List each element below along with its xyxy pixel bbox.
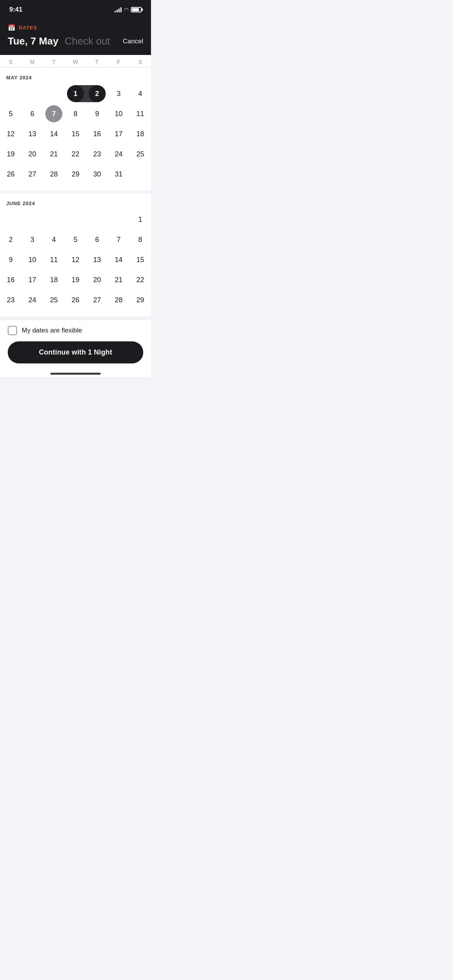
cal-empty	[0, 209, 22, 230]
cal-empty	[0, 84, 22, 104]
may-day-26[interactable]: 26	[0, 164, 22, 184]
june-day-25[interactable]: 25	[43, 290, 65, 310]
june-day-7[interactable]: 7	[108, 230, 130, 250]
may-day-5[interactable]: 5	[0, 104, 22, 124]
june-day-11[interactable]: 11	[43, 250, 65, 270]
june-day-13[interactable]: 13	[86, 250, 108, 270]
june-day-24[interactable]: 24	[22, 290, 43, 310]
header-date-group: Tue, 7 May Check out	[8, 35, 110, 47]
status-bar: 9:41 ◠	[0, 0, 151, 19]
battery-icon	[131, 7, 142, 12]
june-day-6[interactable]: 6	[86, 230, 108, 250]
june-day-4[interactable]: 4	[43, 230, 65, 250]
cal-empty	[108, 209, 130, 230]
days-of-week-header: S M T W T F S	[0, 55, 151, 68]
may-day-12[interactable]: 12	[0, 124, 22, 144]
may-day-28[interactable]: 28	[43, 164, 65, 184]
june-day-27[interactable]: 27	[86, 290, 108, 310]
wifi-icon: ◠	[124, 7, 129, 13]
june-day-3[interactable]: 3	[22, 230, 43, 250]
may-day-13[interactable]: 13	[22, 124, 43, 144]
calendar-icon: 📅	[8, 24, 15, 31]
may-day-24[interactable]: 24	[108, 144, 130, 164]
june-day-18[interactable]: 18	[43, 270, 65, 290]
may-day-3[interactable]: 3	[108, 84, 130, 104]
day-sunday: S	[0, 59, 22, 65]
june-day-17[interactable]: 17	[22, 270, 43, 290]
dates-label-row: 📅 DATES	[8, 24, 143, 31]
may-day-18[interactable]: 18	[129, 124, 151, 144]
june-day-29[interactable]: 29	[129, 290, 151, 310]
may-day-1[interactable]: 1	[65, 84, 86, 104]
june-day-15[interactable]: 15	[129, 250, 151, 270]
may-day-27[interactable]: 27	[22, 164, 43, 184]
day-wednesday: W	[65, 59, 86, 65]
may-day-6[interactable]: 6	[22, 104, 43, 124]
cal-empty	[22, 84, 43, 104]
day-monday: M	[22, 59, 43, 65]
june-day-21[interactable]: 21	[108, 270, 130, 290]
signal-icon	[115, 7, 122, 12]
calendar-scroll: MAY 2024 1 2 3 4 5 6	[0, 68, 151, 316]
may-day-19[interactable]: 19	[0, 144, 22, 164]
may-day-7[interactable]: 7	[43, 104, 65, 124]
june-day-26[interactable]: 26	[65, 290, 86, 310]
may-day-29[interactable]: 29	[65, 164, 86, 184]
june-day-10[interactable]: 10	[22, 250, 43, 270]
header-date-row: Tue, 7 May Check out Cancel	[8, 35, 143, 47]
june-day-5[interactable]: 5	[65, 230, 86, 250]
june-day-23[interactable]: 23	[0, 290, 22, 310]
cal-empty	[86, 209, 108, 230]
header: 📅 DATES Tue, 7 May Check out Cancel	[0, 19, 151, 55]
continue-button[interactable]: Continue with 1 Night	[8, 341, 143, 363]
june-day-14[interactable]: 14	[108, 250, 130, 270]
june-2024-section: JUNE 2024 1 2 3 4 5 6 7 8 9 10 11 12 13 …	[0, 194, 151, 316]
june-day-20[interactable]: 20	[86, 270, 108, 290]
may-day-31[interactable]: 31	[108, 164, 130, 184]
status-icons: ◠	[115, 7, 142, 13]
day-friday: F	[108, 59, 130, 65]
may-day-15[interactable]: 15	[65, 124, 86, 144]
may-day-2[interactable]: 2	[86, 84, 108, 104]
june-day-12[interactable]: 12	[65, 250, 86, 270]
dates-label: DATES	[19, 25, 37, 31]
june-day-8[interactable]: 8	[129, 230, 151, 250]
may-day-22[interactable]: 22	[65, 144, 86, 164]
june-day-16[interactable]: 16	[0, 270, 22, 290]
flexible-dates-checkbox[interactable]	[8, 326, 17, 335]
may-day-10[interactable]: 10	[108, 104, 130, 124]
june-day-22[interactable]: 22	[129, 270, 151, 290]
cal-empty	[22, 209, 43, 230]
check-in-date: Tue, 7 May	[8, 35, 58, 47]
may-day-20[interactable]: 20	[22, 144, 43, 164]
may-day-30[interactable]: 30	[86, 164, 108, 184]
may-day-11[interactable]: 11	[129, 104, 151, 124]
cancel-button[interactable]: Cancel	[123, 38, 143, 45]
june-day-2[interactable]: 2	[0, 230, 22, 250]
home-bar	[50, 373, 101, 375]
check-out-label[interactable]: Check out	[65, 35, 110, 47]
may-day-16[interactable]: 16	[86, 124, 108, 144]
may-day-25[interactable]: 25	[129, 144, 151, 164]
day-saturday: S	[129, 59, 151, 65]
flexible-dates-label: My dates are flexible	[22, 327, 82, 334]
may-day-23[interactable]: 23	[86, 144, 108, 164]
may-day-8[interactable]: 8	[65, 104, 86, 124]
june-day-1[interactable]: 1	[129, 209, 151, 230]
may-2024-section: MAY 2024 1 2 3 4 5 6	[0, 68, 151, 190]
cal-empty	[65, 209, 86, 230]
june-2024-label: JUNE 2024	[0, 194, 151, 209]
june-day-9[interactable]: 9	[0, 250, 22, 270]
june-day-28[interactable]: 28	[108, 290, 130, 310]
footer: My dates are flexible Continue with 1 Ni…	[0, 319, 151, 370]
may-2024-label: MAY 2024	[0, 68, 151, 84]
day-tuesday: T	[43, 59, 65, 65]
may-day-4[interactable]: 4	[129, 84, 151, 104]
may-day-9[interactable]: 9	[86, 104, 108, 124]
may-day-17[interactable]: 17	[108, 124, 130, 144]
may-day-21[interactable]: 21	[43, 144, 65, 164]
june-day-19[interactable]: 19	[65, 270, 86, 290]
may-day-14[interactable]: 14	[43, 124, 65, 144]
status-time: 9:41	[9, 6, 22, 14]
cal-empty	[129, 164, 151, 184]
